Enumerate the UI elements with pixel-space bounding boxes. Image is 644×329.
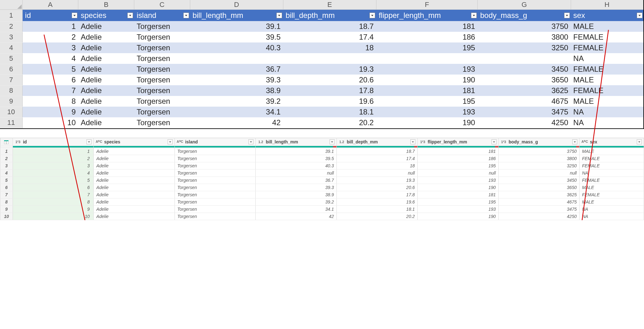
cell[interactable]: Torgersen <box>175 162 255 169</box>
pq-row-header[interactable]: 3 <box>0 162 13 169</box>
table-header-body_mass_g[interactable]: body_mass_g <box>478 10 571 21</box>
cell[interactable]: 3450 <box>498 176 579 184</box>
cell[interactable]: 20.2 <box>283 117 376 128</box>
filter-dropdown-icon[interactable] <box>410 139 415 144</box>
row-header[interactable]: 4 <box>0 42 22 53</box>
cell[interactable]: 18.1 <box>283 107 376 117</box>
cell[interactable]: Torgersen <box>175 176 255 184</box>
cell[interactable]: 18 <box>336 162 417 169</box>
cell[interactable]: Adelie <box>94 155 175 162</box>
cell[interactable]: Adelie <box>94 198 175 205</box>
cell[interactable]: Torgersen <box>134 21 190 32</box>
table-row[interactable]: 21AdelieTorgersen39.118.71813750MALE <box>0 21 643 32</box>
table-row[interactable]: 65AdelieTorgersen36.719.31933450FEMALE <box>0 64 643 75</box>
filter-dropdown-icon[interactable] <box>127 13 133 18</box>
table-row[interactable]: 32AdelieTorgersen39.517.41863800FEMALE <box>0 32 643 42</box>
cell[interactable]: 3625 <box>498 191 579 198</box>
cell[interactable]: 181 <box>418 191 498 198</box>
cell[interactable]: 190 <box>376 75 477 85</box>
cell[interactable]: NA <box>571 53 643 64</box>
cell[interactable]: MALE <box>571 75 643 85</box>
cell[interactable]: 195 <box>376 96 477 107</box>
column-header-G[interactable]: G <box>478 0 571 10</box>
datatype-icon[interactable]: 1²3 <box>15 140 21 144</box>
cell[interactable]: 190 <box>418 213 498 220</box>
cell[interactable]: FEMALE <box>571 42 643 53</box>
table-header-id[interactable]: id <box>22 10 78 21</box>
cell[interactable]: 39.3 <box>190 75 283 85</box>
cell[interactable]: 3750 <box>498 148 579 155</box>
datatype-icon[interactable]: AᴮC <box>177 140 183 144</box>
pq-row-header[interactable]: 1 <box>0 148 13 155</box>
table-row[interactable]: 109AdelieTorgersen34.118.11933475NA <box>0 107 643 117</box>
table-row[interactable]: 1110AdelieTorgersen4220.21904250NA <box>0 117 643 128</box>
cell[interactable]: Adelie <box>94 169 175 176</box>
cell[interactable]: 1 <box>22 21 78 32</box>
cell[interactable]: 4250 <box>478 117 571 128</box>
cell[interactable]: 18.1 <box>336 205 417 213</box>
row-header[interactable]: 2 <box>0 21 22 32</box>
cell[interactable]: 39.3 <box>256 184 336 191</box>
cell[interactable]: 3 <box>13 162 93 169</box>
cell[interactable]: 18 <box>283 42 376 53</box>
cell[interactable]: 7 <box>13 191 93 198</box>
cell[interactable]: 18.7 <box>336 148 417 155</box>
cell[interactable]: NA <box>579 213 644 220</box>
cell[interactable]: 4 <box>22 53 78 64</box>
cell[interactable]: 3250 <box>498 162 579 169</box>
cell[interactable]: Adelie <box>78 96 134 107</box>
cell[interactable]: 195 <box>376 42 477 53</box>
table-row[interactable]: 88AdelieTorgersen39.219.61954675MALE <box>0 198 644 205</box>
cell[interactable]: Adelie <box>94 162 175 169</box>
cell[interactable] <box>478 53 571 64</box>
table-header-bill_length_mm[interactable]: bill_length_mm <box>190 10 283 21</box>
row-header[interactable]: 8 <box>0 85 22 96</box>
cell[interactable]: 3800 <box>498 155 579 162</box>
datatype-icon[interactable]: 1²3 <box>501 140 507 144</box>
table-row[interactable]: 55AdelieTorgersen36.719.31933450FEMALE <box>0 176 644 184</box>
cell[interactable]: FEMALE <box>571 32 643 42</box>
cell[interactable]: MALE <box>579 148 644 155</box>
cell[interactable]: Adelie <box>78 85 134 96</box>
cell[interactable]: Torgersen <box>175 184 255 191</box>
cell[interactable]: 39.5 <box>190 32 283 42</box>
pq-column-header-flipper_length_mm[interactable]: 1²3flipper_length_mm <box>418 138 498 146</box>
cell[interactable]: 2 <box>13 155 93 162</box>
filter-dropdown-icon[interactable] <box>637 139 642 144</box>
table-header-island[interactable]: island <box>134 10 190 21</box>
cell[interactable]: 36.7 <box>256 176 336 184</box>
table-row[interactable]: 44AdelieTorgersennullnullnullnullNA <box>0 169 644 176</box>
cell[interactable]: FEMALE <box>579 176 644 184</box>
table-row[interactable]: 43AdelieTorgersen40.3181953250FEMALE <box>0 42 643 53</box>
cell[interactable]: 3 <box>22 42 78 53</box>
filter-dropdown-icon[interactable] <box>564 13 570 18</box>
cell[interactable]: Torgersen <box>175 169 255 176</box>
cell[interactable]: 3650 <box>498 184 579 191</box>
cell[interactable]: Torgersen <box>134 75 190 85</box>
column-header-F[interactable]: F <box>376 0 477 10</box>
cell[interactable]: 19.3 <box>283 64 376 75</box>
cell[interactable]: MALE <box>579 184 644 191</box>
cell[interactable]: 19.3 <box>336 176 417 184</box>
cell[interactable]: 42 <box>190 117 283 128</box>
table-row[interactable]: 33AdelieTorgersen40.3181953250FEMALE <box>0 162 644 169</box>
table-header-bill_depth_mm[interactable]: bill_depth_mm <box>283 10 376 21</box>
cell[interactable]: Torgersen <box>134 107 190 117</box>
cell[interactable]: 5 <box>13 176 93 184</box>
table-header-flipper_length_mm[interactable]: flipper_length_mm <box>376 10 477 21</box>
datatype-icon[interactable]: AᴮC <box>581 140 588 144</box>
datatype-icon[interactable]: AᴮC <box>96 140 102 144</box>
cell[interactable]: 195 <box>418 198 498 205</box>
cell[interactable]: 10 <box>22 117 78 128</box>
cell[interactable]: Torgersen <box>175 191 255 198</box>
row-header[interactable]: 6 <box>0 64 22 75</box>
cell[interactable] <box>376 53 477 64</box>
cell[interactable]: Torgersen <box>134 85 190 96</box>
pq-row-header[interactable]: 6 <box>0 184 13 191</box>
cell[interactable]: 36.7 <box>190 64 283 75</box>
column-header-C[interactable]: C <box>134 0 190 10</box>
cell[interactable]: NA <box>571 107 643 117</box>
cell[interactable]: Torgersen <box>175 213 255 220</box>
cell[interactable]: 181 <box>376 85 477 96</box>
cell[interactable]: 9 <box>22 107 78 117</box>
